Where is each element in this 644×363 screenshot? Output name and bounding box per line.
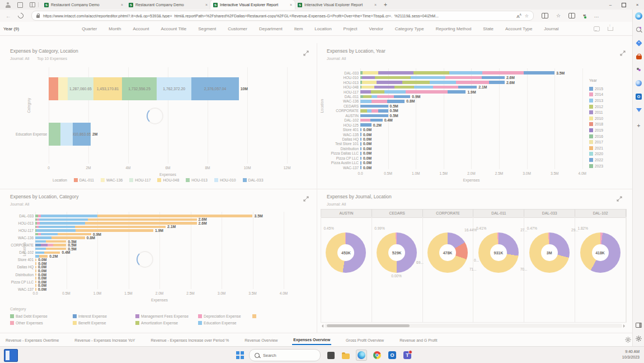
bar-segment[interactable] [35, 277, 36, 280]
bar-segment[interactable] [402, 81, 430, 84]
stacked-bar[interactable]: 910,863.65 [49, 123, 91, 146]
stacked-bar[interactable] [35, 255, 48, 258]
profile-icon[interactable] [3, 1, 12, 8]
taskbar-search[interactable]: Search [249, 349, 321, 361]
filter-item-account-type[interactable]: Account Type [505, 26, 532, 31]
bar-segment[interactable] [360, 123, 372, 127]
bar-segment[interactable] [360, 119, 370, 122]
bar-segment-DAL-033[interactable]: 2,376,057.04 [191, 77, 238, 100]
bar-row-distribution[interactable]: Distribution0.0M [319, 146, 631, 151]
bar-segment[interactable] [35, 244, 41, 246]
stacked-bar[interactable] [35, 244, 66, 246]
taskbar-outlook[interactable]: O [387, 350, 397, 360]
bar-segment-HOU-048[interactable]: 1,453,170.81 [93, 77, 123, 100]
stacked-bar[interactable] [360, 161, 361, 165]
bar-segment[interactable] [35, 288, 36, 291]
legend-item-2013[interactable]: 2013 [589, 97, 603, 104]
bar-segment-HOU-013[interactable] [49, 123, 60, 146]
back-button[interactable]: ← [6, 13, 11, 19]
bar-segment[interactable] [35, 266, 36, 269]
legend-item-HOU-013[interactable]: HOU-013 [186, 178, 208, 182]
bar-segment-HOU-013[interactable]: 1,732,556.25 [122, 77, 157, 100]
taskbar-teams[interactable]: T [402, 350, 412, 360]
bar-segment[interactable] [39, 255, 48, 258]
filter-item-journal[interactable]: Journal [544, 26, 558, 31]
outlook-sidebar-icon[interactable]: O [634, 92, 643, 101]
worksheet-tab-gross-profit-overview[interactable]: Gross Profit Overview [345, 336, 385, 345]
legend-item-WAC-136[interactable]: WAC-136 [101, 178, 123, 182]
browser-tab-1[interactable]: SRestaurant Company Demo× [41, 0, 126, 10]
stacked-bar[interactable] [360, 128, 361, 132]
windows-start-button[interactable] [236, 351, 244, 359]
bar-row-store-401[interactable]: Store 4010.0M [319, 127, 631, 132]
worksheet-tab-revenue-expenses-overtime[interactable]: Revenue - Expenses Overtime [4, 336, 60, 345]
drop-funnel-icon[interactable] [634, 106, 643, 114]
scroll-right-arrow[interactable] [623, 324, 627, 328]
bar-segment[interactable] [48, 244, 53, 246]
bar-segment[interactable] [39, 226, 75, 229]
bar-row-hou-048[interactable]: HOU-0482.1M [319, 85, 631, 89]
bar-segment[interactable] [371, 90, 385, 94]
bar-segment[interactable] [36, 229, 76, 232]
stacked-bar[interactable] [35, 252, 60, 254]
shopping-basket-icon[interactable] [634, 52, 643, 61]
bar-segment[interactable] [411, 76, 445, 80]
filter-item-account[interactable]: Account [133, 26, 149, 31]
stacked-bar[interactable] [35, 259, 36, 262]
stacked-bar[interactable] [35, 233, 91, 236]
bar-segment[interactable] [372, 109, 378, 113]
filter-item-department[interactable]: Department [259, 26, 283, 31]
pinned-app-icon[interactable] [4, 349, 18, 362]
bar-segment[interactable] [360, 152, 361, 155]
legend-item-HOU-048[interactable]: HOU-048 [157, 178, 179, 182]
tab-close-icon[interactable]: × [374, 3, 377, 7]
bar-segment-DAL-011[interactable] [49, 77, 58, 100]
worksheet-tab-revenue-expenses-increase-yoy[interactable]: Revenue - Expenses Increase YoY [73, 336, 136, 345]
filter-item-location[interactable]: Location [314, 26, 331, 31]
filter-item-vendor[interactable]: Vendor [369, 26, 383, 31]
add-sidebar-icon[interactable]: + [634, 122, 643, 130]
legend-item-DAL-011[interactable]: DAL-011 [74, 178, 94, 182]
filter-year[interactable]: Year (9) [3, 26, 19, 31]
filter-item-state[interactable]: State [483, 26, 493, 31]
bar-segment[interactable] [433, 86, 459, 89]
stacked-bar[interactable] [360, 90, 466, 94]
bar-segment-WAC-136[interactable] [58, 77, 68, 100]
legend-item-2023[interactable]: 2023 [589, 163, 603, 169]
stacked-bar[interactable] [35, 222, 197, 225]
bar-segment[interactable] [97, 215, 253, 217]
bar-segment[interactable] [35, 252, 44, 254]
bar-row-hou-125[interactable]: HOU-1250.2M [319, 123, 631, 127]
filter-item-item[interactable]: Item [294, 26, 303, 31]
stacked-bar[interactable] [360, 109, 388, 113]
bar-segment[interactable] [41, 233, 58, 236]
bar-segment[interactable] [85, 222, 197, 225]
bar-segment[interactable] [46, 240, 66, 243]
address-bar[interactable]: https://www.intacct.com/ia/acct/reported… [31, 11, 534, 21]
bar-segment[interactable] [35, 248, 46, 250]
bar-segment[interactable] [35, 269, 36, 272]
stacked-bar[interactable] [360, 71, 554, 75]
browser-tab-4[interactable]: SInteractive Visual Explorer Report× [295, 0, 379, 10]
share-icon[interactable] [608, 27, 613, 31]
stacked-bar[interactable] [35, 262, 36, 265]
workspaces-icon[interactable] [16, 1, 25, 8]
expand-icon[interactable] [303, 194, 309, 199]
bar-segment[interactable] [35, 255, 39, 258]
bar-segment[interactable] [448, 90, 466, 94]
bar-segment[interactable] [76, 229, 153, 232]
stacked-bar[interactable] [360, 81, 505, 84]
bar-row-dal-102[interactable]: DAL-1020.4M [319, 118, 631, 123]
bar-segment-HOU-010[interactable] [60, 123, 73, 146]
refresh-button[interactable] [17, 12, 25, 20]
new-tab-button[interactable]: + [384, 2, 387, 8]
browser-essentials-icon[interactable]: ♥ [583, 13, 586, 18]
bar-segment[interactable] [482, 76, 505, 80]
taskbar-clock[interactable]: 9:40 AM 10/3/2023 [622, 349, 640, 360]
legend-item-Management Fees Expense[interactable]: Management Fees Expense [135, 314, 189, 318]
stacked-bar[interactable] [35, 281, 36, 283]
stacked-bar[interactable] [35, 269, 36, 272]
shopping-tag-icon[interactable] [634, 39, 643, 47]
tab-close-icon[interactable]: × [290, 3, 292, 7]
filter-item-quarter[interactable]: Quarter [82, 26, 97, 31]
